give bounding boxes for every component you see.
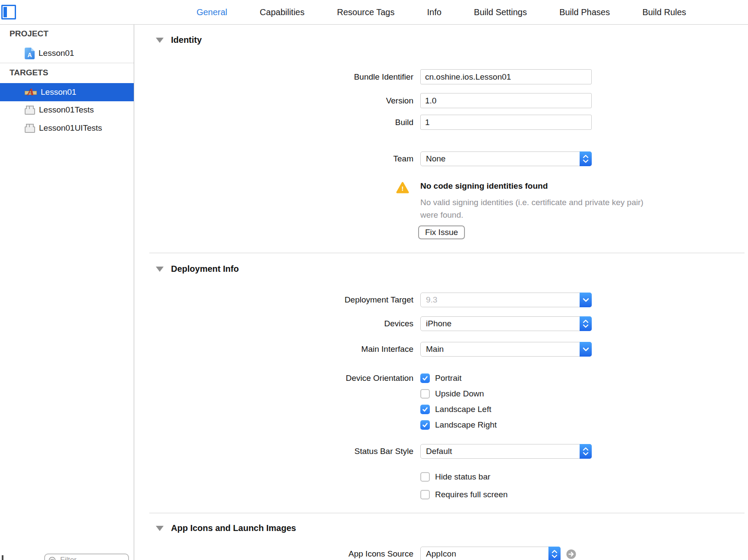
- bundle-identifier-label: Bundle Identifier: [135, 72, 420, 82]
- main-interface-combo[interactable]: Main: [420, 342, 592, 357]
- tab-capabilities[interactable]: Capabilities: [260, 7, 304, 17]
- deployment-target-combo[interactable]: 9.3: [420, 293, 592, 307]
- disclosure-triangle-icon: [156, 38, 164, 43]
- test-bundle-icon: [25, 108, 35, 115]
- status-bar-style-row: Status Bar Style Default: [135, 444, 592, 459]
- main-interface-value: Main: [426, 344, 444, 354]
- sidebar-item-label: Lesson01: [41, 87, 76, 97]
- app-icons-source-row: App Icons Source AppIcon: [135, 547, 577, 560]
- section-title: App Icons and Launch Images: [171, 523, 296, 533]
- popup-updown-chevron-icon: [580, 444, 592, 459]
- requires-full-screen-row: Requires full screen: [420, 489, 508, 500]
- devices-label: Devices: [135, 319, 420, 328]
- xcode-project-editor: General Capabilities Resource Tags Info …: [0, 0, 748, 560]
- orientation-portrait-row: Portrait: [420, 373, 461, 383]
- requires-full-screen-label: Requires full screen: [435, 490, 508, 499]
- main-interface-row: Main Interface Main: [135, 342, 592, 357]
- sidebar-item-label: Lesson01: [39, 48, 74, 58]
- add-target-button-fragment[interactable]: [2, 555, 3, 560]
- tab-general[interactable]: General: [197, 7, 227, 17]
- upside-down-checkbox[interactable]: [420, 389, 430, 399]
- sidebar-item-label: Lesson01UITests: [39, 123, 102, 133]
- svg-text:!: !: [402, 185, 404, 192]
- bundle-identifier-value: cn.oshine.ios.Lesson01: [425, 72, 511, 82]
- requires-full-screen-checkbox[interactable]: [420, 490, 430, 499]
- app-target-icon: [25, 87, 37, 97]
- portrait-checkbox[interactable]: [420, 373, 430, 383]
- status-bar-style-value: Default: [426, 447, 452, 456]
- checkmark-icon: [422, 406, 429, 413]
- devices-row: Devices iPhone: [135, 316, 592, 331]
- tab-build-settings[interactable]: Build Settings: [474, 7, 527, 17]
- landscape-right-label: Landscape Right: [435, 420, 497, 430]
- disclosure-triangle-icon: [156, 267, 164, 272]
- team-popup[interactable]: None: [420, 151, 592, 166]
- popup-updown-chevron-icon: [580, 151, 592, 166]
- app-icons-source-popup[interactable]: AppIcon: [420, 547, 561, 560]
- app-icons-section-header[interactable]: App Icons and Launch Images: [156, 523, 296, 533]
- landscape-right-checkbox[interactable]: [420, 420, 430, 430]
- app-icons-source-value: AppIcon: [426, 549, 456, 559]
- identity-section-header[interactable]: Identity: [156, 35, 202, 45]
- combo-down-chevron-icon: [580, 293, 592, 307]
- sidebar-separator: [0, 63, 134, 63]
- hide-status-bar-row: Hide status bar: [420, 472, 490, 482]
- popup-updown-chevron-icon: [580, 316, 592, 331]
- bundle-identifier-field[interactable]: cn.oshine.ios.Lesson01: [420, 69, 592, 84]
- checkmark-icon: [422, 375, 429, 382]
- warning-detail: No valid signing identities (i.e. certif…: [420, 196, 643, 221]
- tab-build-rules[interactable]: Build Rules: [642, 7, 686, 17]
- deployment-target-label: Deployment Target: [135, 295, 420, 305]
- arrow-circle-icon: [566, 549, 577, 560]
- team-row: Team None: [135, 151, 592, 166]
- main-interface-label: Main Interface: [135, 344, 420, 354]
- warning-detail-line2: were found.: [420, 209, 643, 221]
- deployment-info-section-header[interactable]: Deployment Info: [156, 264, 239, 274]
- version-value: 1.0: [425, 96, 436, 106]
- status-bar-style-popup[interactable]: Default: [420, 444, 592, 459]
- version-row: Version 1.0: [135, 93, 592, 108]
- build-row: Build 1: [135, 115, 592, 130]
- orientation-upside-down-row: Upside Down: [420, 389, 484, 399]
- tab-resource-tags[interactable]: Resource Tags: [337, 7, 394, 17]
- filter-icon: [48, 557, 56, 560]
- filter-input[interactable]: [59, 555, 113, 560]
- landscape-left-checkbox[interactable]: [420, 405, 430, 414]
- portrait-label: Portrait: [435, 373, 461, 383]
- section-divider: [149, 513, 745, 513]
- open-asset-catalog-button[interactable]: [566, 549, 577, 560]
- bundle-identifier-row: Bundle Identifier cn.oshine.ios.Lesson01: [135, 69, 592, 84]
- devices-popup[interactable]: iPhone: [420, 316, 592, 331]
- version-field[interactable]: 1.0: [420, 93, 592, 108]
- checkmark-icon: [422, 422, 429, 428]
- sidebar-item-target-lesson01uitests[interactable]: Lesson01UITests: [0, 119, 134, 137]
- app-icons-source-label: App Icons Source: [135, 549, 420, 559]
- navigator-toggle-icon[interactable]: [1, 5, 16, 19]
- team-label: Team: [135, 154, 420, 164]
- deployment-target-value: 9.3: [426, 295, 437, 305]
- orientation-landscape-right-row: Landscape Right: [420, 420, 497, 430]
- warning-detail-line1: No valid signing identities (i.e. certif…: [420, 196, 643, 209]
- tab-strip: General Capabilities Resource Tags Info …: [135, 0, 748, 24]
- orientation-landscape-left-row: Landscape Left: [420, 404, 491, 415]
- sidebar-item-label: Lesson01Tests: [39, 105, 94, 115]
- popup-updown-chevron-icon: [548, 547, 561, 560]
- version-label: Version: [135, 96, 420, 106]
- project-targets-sidebar: PROJECT Lesson01 TARGETS Lesson01 Lesson…: [0, 25, 134, 560]
- warning-icon: !: [396, 182, 409, 193]
- sidebar-item-project-lesson01[interactable]: Lesson01: [0, 45, 134, 62]
- warning-title: No code signing identities found: [420, 181, 548, 191]
- build-field[interactable]: 1: [420, 115, 592, 130]
- tab-build-phases[interactable]: Build Phases: [559, 7, 610, 17]
- disclosure-triangle-icon: [156, 526, 164, 531]
- hide-status-bar-checkbox[interactable]: [420, 472, 430, 482]
- fix-issue-button[interactable]: Fix Issue: [418, 225, 465, 239]
- combo-down-chevron-icon: [580, 342, 592, 357]
- target-filter-field[interactable]: [44, 554, 129, 560]
- sidebar-item-target-lesson01tests[interactable]: Lesson01Tests: [0, 101, 134, 119]
- general-pane: Identity Bundle Identifier cn.oshine.ios…: [135, 25, 748, 560]
- editor-tab-bar: General Capabilities Resource Tags Info …: [0, 0, 748, 25]
- project-file-icon: [25, 48, 35, 59]
- tab-info[interactable]: Info: [427, 7, 442, 17]
- sidebar-item-target-lesson01[interactable]: Lesson01: [0, 83, 134, 101]
